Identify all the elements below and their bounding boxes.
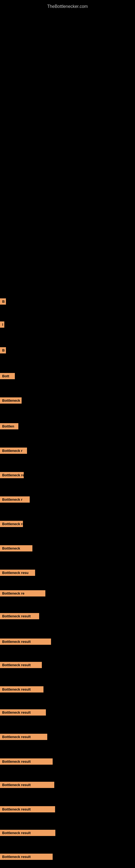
- bar-10[interactable]: Bottleneck re: [0, 521, 23, 527]
- bar-15[interactable]: Bottleneck result: [0, 639, 51, 645]
- bar-7[interactable]: Bottleneck r: [0, 447, 27, 454]
- bar-22[interactable]: Bottleneck result: [0, 806, 55, 812]
- bar-11[interactable]: Bottleneck: [0, 545, 32, 552]
- bar-24[interactable]: Bottleneck result: [0, 854, 53, 860]
- bar-18[interactable]: Bottleneck result: [0, 709, 46, 716]
- bar-3[interactable]: B: [0, 347, 6, 353]
- bar-4[interactable]: Bott: [0, 373, 15, 379]
- bar-2[interactable]: l: [0, 321, 4, 328]
- bar-6[interactable]: Bottlen: [0, 423, 18, 429]
- bar-1[interactable]: B: [0, 299, 6, 305]
- bar-16[interactable]: Bottleneck result: [0, 662, 42, 668]
- bar-9[interactable]: Bottleneck r: [0, 496, 30, 503]
- bar-20[interactable]: Bottleneck result: [0, 758, 53, 765]
- bar-14[interactable]: Bottleneck result: [0, 613, 39, 619]
- bar-5[interactable]: Bottleneck: [0, 397, 21, 404]
- bar-23[interactable]: Bottleneck result: [0, 830, 55, 836]
- bar-8[interactable]: Bottleneck resu: [0, 472, 24, 478]
- site-title: TheBottlenecker.com: [0, 1, 135, 12]
- bar-19[interactable]: Bottleneck result: [0, 734, 47, 740]
- bar-21[interactable]: Bottleneck result: [0, 782, 54, 788]
- bar-17[interactable]: Bottleneck result: [0, 686, 43, 692]
- bar-12[interactable]: Bottleneck resu: [0, 569, 35, 576]
- bar-13[interactable]: Bottleneck re: [0, 590, 45, 596]
